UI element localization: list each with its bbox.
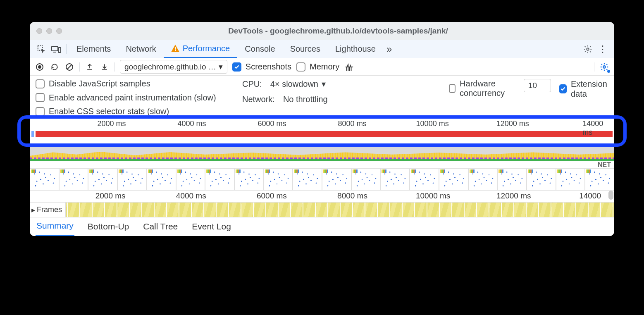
memory-checkbox[interactable]: Memory bbox=[296, 62, 339, 72]
capture-settings: Disable JavaScript samples Enable advanc… bbox=[30, 76, 614, 117]
close-traffic-icon[interactable] bbox=[36, 28, 42, 34]
tick: 4000 ms bbox=[178, 119, 206, 128]
advanced-paint-checkbox[interactable]: Enable advanced paint instrumentation (s… bbox=[36, 93, 242, 103]
network-overview-row[interactable]: NET bbox=[30, 161, 614, 168]
screenshot-filmstrip[interactable] bbox=[30, 168, 614, 191]
tab-bottom-up[interactable]: Bottom-Up bbox=[87, 218, 130, 236]
network-throttle-row: Network: No throttling bbox=[242, 95, 449, 104]
timeline-overview[interactable]: 2000 ms 4000 ms 6000 ms 8000 ms 10000 ms… bbox=[31, 119, 613, 143]
tab-lighthouse[interactable]: Lighthouse bbox=[328, 40, 383, 58]
expand-icon: ▸ bbox=[31, 205, 35, 215]
hardware-concurrency-checkbox[interactable]: Hardware concurrency bbox=[449, 79, 515, 98]
disable-js-samples-checkbox[interactable]: Disable JavaScript samples bbox=[36, 79, 242, 88]
frames-track-header[interactable]: ▸ Frames bbox=[30, 203, 66, 217]
tab-elements[interactable]: Elements bbox=[69, 40, 118, 58]
frames-track[interactable]: ▸ Frames bbox=[30, 202, 614, 217]
tab-network[interactable]: Network bbox=[118, 40, 163, 58]
checkbox-icon bbox=[232, 62, 241, 72]
filmstrip-thumbnail[interactable] bbox=[176, 168, 205, 191]
filmstrip-thumbnail[interactable] bbox=[322, 168, 351, 191]
filmstrip-thumbnail[interactable] bbox=[468, 168, 498, 191]
panel-tabs: Elements Network Performance Console Sou… bbox=[30, 40, 614, 58]
upload-icon[interactable] bbox=[85, 62, 95, 72]
window-titlebar: DevTools - googlechrome.github.io/devtoo… bbox=[30, 22, 614, 40]
garbage-collect-icon[interactable] bbox=[344, 62, 354, 72]
tick: 4000 ms bbox=[176, 191, 206, 200]
css-selector-stats-checkbox[interactable]: Enable CSS selector stats (slow) bbox=[36, 107, 242, 116]
filmstrip-thumbnail[interactable] bbox=[88, 168, 117, 191]
filmstrip-thumbnail[interactable] bbox=[264, 168, 293, 191]
filmstrip-thumbnail[interactable] bbox=[234, 168, 264, 191]
tick: 8000 ms bbox=[338, 119, 367, 128]
filmstrip-thumbnail[interactable] bbox=[293, 168, 322, 191]
filmstrip-thumbnail[interactable] bbox=[585, 168, 614, 191]
tab-console[interactable]: Console bbox=[237, 40, 282, 58]
svg-rect-5 bbox=[175, 50, 176, 51]
tick: 6000 ms bbox=[257, 191, 287, 200]
filmstrip-thumbnail[interactable] bbox=[30, 168, 59, 191]
warning-icon bbox=[171, 45, 179, 52]
separator bbox=[594, 62, 594, 72]
capture-settings-icon[interactable] bbox=[599, 62, 609, 72]
reload-record-icon[interactable] bbox=[50, 62, 60, 72]
scrollbar-handle[interactable] bbox=[608, 191, 613, 200]
inspect-icon[interactable] bbox=[34, 45, 49, 54]
checkbox-icon bbox=[449, 84, 456, 93]
more-options-icon[interactable]: ⋮ bbox=[595, 44, 610, 55]
device-mode-icon[interactable] bbox=[49, 45, 64, 53]
separator bbox=[114, 62, 115, 72]
tab-summary[interactable]: Summary bbox=[36, 217, 74, 236]
overview-highlight-box: 2000 ms 4000 ms 6000 ms 8000 ms 10000 ms… bbox=[17, 115, 627, 147]
tab-sources[interactable]: Sources bbox=[283, 40, 328, 58]
overview-start-handle[interactable] bbox=[31, 131, 34, 137]
tab-call-tree[interactable]: Call Tree bbox=[142, 218, 179, 236]
zoom-traffic-icon[interactable] bbox=[56, 28, 62, 34]
filmstrip-thumbnail[interactable] bbox=[380, 168, 410, 191]
screenshots-checkbox[interactable]: Screenshots bbox=[232, 62, 291, 72]
hardware-concurrency-input[interactable]: 10 bbox=[524, 79, 551, 92]
download-icon[interactable] bbox=[100, 62, 110, 72]
separator bbox=[79, 62, 80, 72]
tick: 14000 ms bbox=[582, 119, 603, 137]
filmstrip-thumbnail[interactable] bbox=[351, 168, 381, 191]
filmstrip-thumbnail[interactable] bbox=[497, 168, 527, 191]
tab-performance[interactable]: Performance bbox=[164, 40, 238, 58]
overview-ruler: 2000 ms 4000 ms 6000 ms 8000 ms 10000 ms… bbox=[31, 119, 613, 130]
tick: 8000 ms bbox=[337, 191, 367, 200]
tab-event-log[interactable]: Event Log bbox=[191, 218, 232, 236]
frames-label-text: Frames bbox=[37, 205, 62, 214]
details-tabs: Summary Bottom-Up Call Tree Event Log bbox=[30, 217, 614, 236]
tab-performance-label: Performance bbox=[183, 44, 230, 53]
devtools-window: DevTools - googlechrome.github.io/devtoo… bbox=[30, 22, 614, 236]
cpu-activity-chart[interactable] bbox=[30, 147, 614, 161]
filmstrip-thumbnail[interactable] bbox=[147, 168, 176, 191]
filmstrip-thumbnail[interactable] bbox=[410, 168, 439, 191]
tick: 6000 ms bbox=[258, 119, 286, 128]
hw-concurrency-label: Hardware concurrency bbox=[460, 79, 515, 98]
main-flame-ruler[interactable]: 2000 ms 4000 ms 6000 ms 8000 ms 10000 ms… bbox=[30, 191, 614, 202]
cpu-value: 4× slowdown bbox=[270, 79, 318, 89]
clear-icon[interactable] bbox=[64, 62, 74, 72]
recording-target-dropdown[interactable]: googlechrome.github.io … ▾ bbox=[120, 60, 227, 74]
checkbox-icon bbox=[296, 62, 305, 72]
svg-point-11 bbox=[603, 66, 606, 68]
svg-rect-4 bbox=[175, 47, 176, 50]
record-icon[interactable] bbox=[35, 62, 45, 72]
filmstrip-thumbnail[interactable] bbox=[527, 168, 556, 191]
filmstrip-thumbnail[interactable] bbox=[205, 168, 234, 191]
filmstrip-thumbnail[interactable] bbox=[439, 168, 468, 191]
frames-bars bbox=[30, 203, 614, 217]
traffic-lights bbox=[36, 28, 62, 34]
extension-data-checkbox[interactable]: Extension data bbox=[559, 79, 609, 99]
filmstrip-thumbnail[interactable] bbox=[59, 168, 88, 191]
svg-rect-3 bbox=[58, 48, 61, 52]
more-tabs-button[interactable]: » bbox=[383, 40, 395, 58]
filmstrip-thumbnail[interactable] bbox=[117, 168, 147, 191]
minimize-traffic-icon[interactable] bbox=[46, 28, 52, 34]
fps-bar bbox=[31, 131, 613, 137]
filmstrip-thumbnail[interactable] bbox=[556, 168, 585, 191]
window-title: DevTools - googlechrome.github.io/devtoo… bbox=[69, 26, 608, 36]
chevron-down-icon: ▾ bbox=[322, 79, 326, 89]
settings-icon[interactable] bbox=[580, 45, 595, 54]
cpu-throttle-select[interactable]: 4× slowdown ▾ bbox=[270, 79, 326, 89]
